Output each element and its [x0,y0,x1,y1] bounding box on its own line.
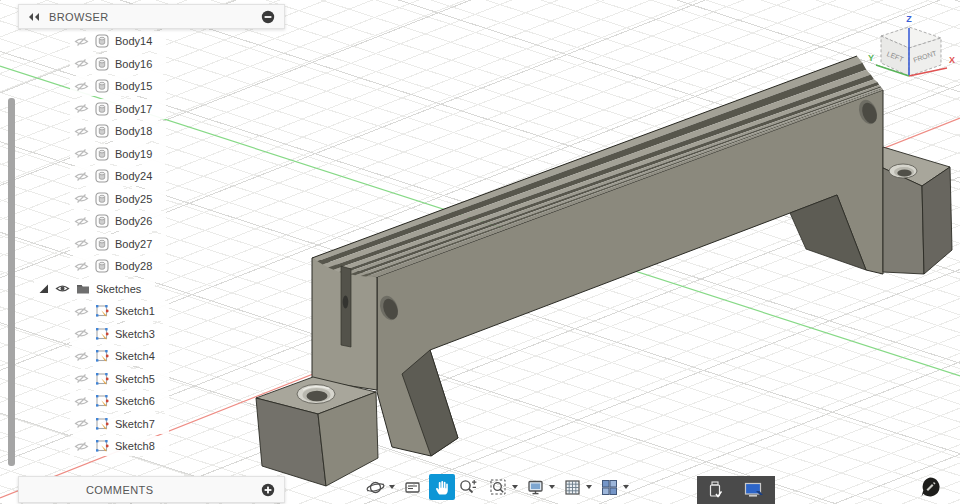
body-icon [95,192,109,206]
browser-row-sketches[interactable]: Sketches [18,278,169,301]
left-foot-counterbore[interactable] [297,385,335,404]
browser-row-body16[interactable]: Body16 [18,53,169,76]
visibility-off-icon[interactable] [74,306,89,317]
viewports-caret[interactable] [623,485,629,489]
cube-x-label: X [949,55,955,65]
folder-icon [76,282,90,296]
visibility-off-icon[interactable] [74,171,89,182]
browser-row-sketch7[interactable]: Sketch7 [18,413,169,436]
visibility-off-icon[interactable] [74,81,89,92]
browser-title: BROWSER [49,11,109,23]
browser-row-label[interactable]: Body18 [115,125,152,137]
browser-row-sketch6[interactable]: Sketch6 [18,390,169,413]
browser-row-body19[interactable]: Body19 [18,143,169,166]
browser-row-label[interactable]: Body27 [115,238,152,250]
right-foot-counterbore[interactable] [889,164,917,178]
expand-arrow-icon[interactable] [38,283,49,294]
visibility-off-icon[interactable] [74,148,89,159]
browser-row-sketch1[interactable]: Sketch1 [18,300,169,323]
browser-scrollbar[interactable] [8,98,15,466]
orbit-icon [366,478,385,497]
visibility-off-icon[interactable] [74,418,89,429]
browser-row-label[interactable]: Body24 [115,170,152,182]
display-device-icon[interactable] [744,482,764,499]
browser-row-label[interactable]: Sketch1 [115,305,155,317]
browser-row-label[interactable]: Sketch5 [115,373,155,385]
browser-row-label[interactable]: Sketch6 [115,395,155,407]
body-icon [95,102,109,116]
orbit-button[interactable] [362,474,388,500]
display-settings-caret[interactable] [549,485,555,489]
browser-row-label[interactable]: Body26 [115,215,152,227]
browser-row-body28[interactable]: Body28 [18,255,169,278]
browser-row-label[interactable]: Body15 [115,80,152,92]
visibility-off-icon[interactable] [74,103,89,114]
pan-button[interactable] [429,474,455,500]
browser-row-label[interactable]: Sketch4 [115,350,155,362]
browser-row-sketch8[interactable]: Sketch8 [18,435,169,458]
visibility-off-icon[interactable] [74,396,89,407]
fusion360-window: LEFT FRONT Z X Y BROWSER [0,0,960,504]
browser-row-body15[interactable]: Body15 [18,75,169,98]
double-left-chevron-icon[interactable] [28,12,40,22]
browser-row-label[interactable]: Sketch7 [115,418,155,430]
browser-row-label[interactable]: Body16 [115,58,152,70]
zoom-button[interactable] [455,474,481,500]
look-at-button[interactable] [399,474,425,500]
browser-row-label[interactable]: Body17 [115,103,152,115]
browser-row-label[interactable]: Sketch3 [115,328,155,340]
browser-row-body26[interactable]: Body26 [18,210,169,233]
browser-tree: Body14 [18,30,169,458]
visibility-off-icon[interactable] [74,351,89,362]
browser-row-body14[interactable]: Body14 [18,30,169,53]
fit-caret[interactable] [512,485,518,489]
sketch-icon [95,349,109,363]
visibility-off-icon[interactable] [74,328,89,339]
browser-row-label[interactable]: Body19 [115,148,152,160]
visibility-off-icon[interactable] [74,126,89,137]
sketch-icon [95,327,109,341]
orbit-caret[interactable] [389,485,395,489]
browser-row-sketch5[interactable]: Sketch5 [18,368,169,391]
body-icon [95,237,109,251]
browser-row-body24[interactable]: Body24 [18,165,169,188]
browser-row-body27[interactable]: Body27 [18,233,169,256]
browser-row-label[interactable]: Body25 [115,193,152,205]
visibility-off-icon[interactable] [74,58,89,69]
visibility-off-icon[interactable] [74,36,89,47]
browser-row-label[interactable]: Sketch8 [115,440,155,452]
circle-plus-icon[interactable] [261,483,275,497]
body-icon [95,214,109,228]
cube-z-label: Z [906,14,912,24]
sketch-icon [95,304,109,318]
browser-row-body25[interactable]: Body25 [18,188,169,211]
browser-row-sketch3[interactable]: Sketch3 [18,323,169,346]
look-at-icon [403,478,422,497]
display-settings-icon [526,478,545,497]
view-cube[interactable]: LEFT FRONT Z X Y [868,14,955,76]
visibility-off-icon[interactable] [74,441,89,452]
visibility-off-icon[interactable] [74,238,89,249]
browser-panel-header[interactable]: BROWSER [18,4,285,29]
browser-row-body18[interactable]: Body18 [18,120,169,143]
visibility-on-icon[interactable] [55,283,70,294]
grid-and-snaps-button[interactable] [559,474,585,500]
browser-row-label[interactable]: Body28 [115,260,152,272]
browser-row-label[interactable]: Sketches [96,283,141,295]
visibility-off-icon[interactable] [74,261,89,272]
display-settings-button[interactable] [522,474,548,500]
circle-minus-icon[interactable] [261,10,275,24]
grid-and-snaps-caret[interactable] [586,485,592,489]
fit-button[interactable] [485,474,511,500]
viewports-button[interactable] [596,474,622,500]
usb-device-icon[interactable] [708,481,722,499]
browser-row-sketch4[interactable]: Sketch4 [18,345,169,368]
browser-row-label[interactable]: Body14 [115,35,152,47]
visibility-off-icon[interactable] [74,193,89,204]
visibility-off-icon[interactable] [74,216,89,227]
visibility-off-icon[interactable] [74,373,89,384]
model-body[interactable] [256,56,952,486]
comments-panel[interactable]: COMMENTS [18,476,285,503]
browser-row-body17[interactable]: Body17 [18,98,169,121]
slot-hole[interactable] [343,296,349,309]
